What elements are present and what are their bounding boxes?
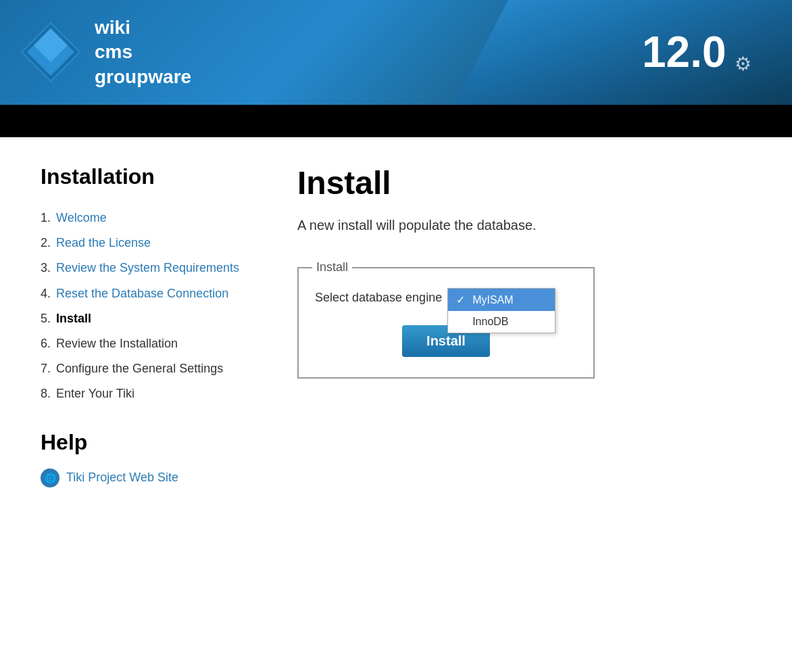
nav-number: 6. bbox=[41, 335, 51, 352]
logo-text: wiki cms groupware bbox=[95, 16, 191, 89]
tiki-project-icon: 🌐 bbox=[41, 469, 59, 487]
gear-icon: ⚙ bbox=[735, 53, 751, 75]
logo-area: wiki cms groupware bbox=[0, 16, 191, 89]
nav-link-welcome[interactable]: Welcome bbox=[56, 210, 107, 226]
nav-item-database[interactable]: 4. Reset the Database Connection bbox=[41, 285, 243, 302]
option-myisam-label: MyISAM bbox=[472, 294, 513, 306]
nav-link-license[interactable]: Read the License bbox=[56, 235, 151, 251]
checkmark-icon: ✓ bbox=[456, 293, 467, 306]
nav-item-system[interactable]: 3. Review the System Requirements bbox=[41, 260, 243, 277]
nav-plain-review: Review the Installation bbox=[56, 335, 178, 352]
option-myisam[interactable]: ✓ MyISAM bbox=[448, 289, 555, 311]
option-innodb[interactable]: InnoDB bbox=[448, 311, 555, 333]
logo-diamond-icon bbox=[20, 22, 81, 82]
version-area: 12.0 ⚙ bbox=[642, 30, 751, 74]
nav-number: 8. bbox=[41, 385, 51, 402]
main-content: Installation 1. Welcome 2. Read the Lice… bbox=[0, 137, 792, 514]
help-tiki-link[interactable]: 🌐 Tiki Project Web Site bbox=[41, 469, 243, 487]
nav-item-license[interactable]: 2. Read the License bbox=[41, 235, 243, 251]
nav-link-database[interactable]: Reset the Database Connection bbox=[56, 285, 228, 302]
nav-plain-enter: Enter Your Tiki bbox=[56, 385, 134, 402]
nav-number: 7. bbox=[41, 360, 51, 377]
dropdown-options-list: ✓ MyISAM InnoDB bbox=[447, 288, 555, 333]
nav-item-configure: 7. Configure the General Settings bbox=[41, 360, 243, 377]
nav-item-enter: 8. Enter Your Tiki bbox=[41, 385, 243, 402]
nav-number: 2. bbox=[41, 235, 51, 251]
right-content: Install A new install will populate the … bbox=[297, 164, 751, 487]
nav-item-review: 6. Review the Installation bbox=[41, 335, 243, 352]
nav-bar bbox=[0, 105, 792, 137]
page-description: A new install will populate the database… bbox=[297, 218, 751, 233]
help-link-label: Tiki Project Web Site bbox=[66, 471, 178, 485]
help-title: Help bbox=[41, 430, 243, 455]
install-legend: Install bbox=[312, 260, 352, 274]
sidebar: Installation 1. Welcome 2. Read the Lice… bbox=[41, 164, 243, 487]
nav-link-system[interactable]: Review the System Requirements bbox=[56, 260, 239, 277]
nav-current-install: Install bbox=[56, 310, 91, 327]
sidebar-title: Installation bbox=[41, 164, 243, 189]
nav-item-welcome[interactable]: 1. Welcome bbox=[41, 210, 243, 226]
page-title: Install bbox=[297, 164, 751, 201]
nav-number: 1. bbox=[41, 210, 51, 226]
page-header: wiki cms groupware 12.0 ⚙ bbox=[0, 0, 792, 105]
nav-list: 1. Welcome 2. Read the License 3. Review… bbox=[41, 210, 243, 403]
checkmark-placeholder bbox=[456, 316, 467, 328]
nav-number: 3. bbox=[41, 260, 51, 277]
nav-number: 4. bbox=[41, 285, 51, 302]
option-innodb-label: InnoDB bbox=[472, 316, 508, 328]
select-label: Select database engine bbox=[315, 291, 442, 305]
nav-item-install: 5. Install bbox=[41, 310, 243, 327]
version-number: 12.0 bbox=[642, 27, 726, 76]
select-row: Select database engine ✓ MyISAM InnoDB bbox=[315, 288, 577, 305]
install-fieldset: Install Select database engine ✓ MyISAM … bbox=[297, 260, 595, 379]
nav-number: 5. bbox=[41, 310, 51, 327]
nav-plain-configure: Configure the General Settings bbox=[56, 360, 223, 377]
